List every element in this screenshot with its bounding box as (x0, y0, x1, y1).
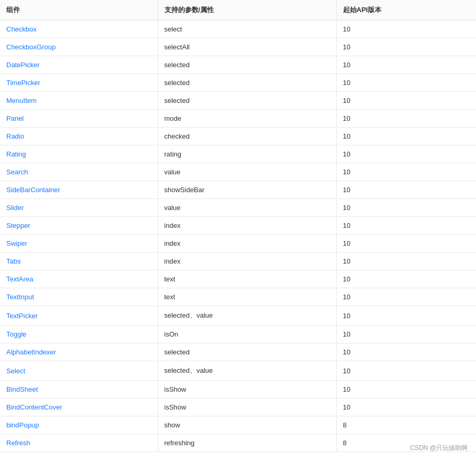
table-row: BindContentCoverisShow10 (0, 399, 476, 416)
cell-api-version: 10 (336, 163, 476, 181)
cell-component[interactable]: CheckboxGroup (0, 38, 158, 56)
cell-api-version: 10 (336, 199, 476, 217)
table-row: BindSheetisShow10 (0, 381, 476, 399)
cell-api-version: 10 (336, 181, 476, 199)
cell-params: select (158, 20, 336, 38)
cell-params: index (158, 217, 336, 235)
cell-component[interactable]: BindContentCover (0, 399, 158, 416)
cell-component[interactable]: Toggle (0, 326, 158, 343)
cell-params: checked (158, 128, 336, 145)
header-component: 组件 (0, 0, 158, 20)
cell-component[interactable]: Checkbox (0, 20, 158, 38)
cell-params: selected (158, 343, 336, 361)
table-row: DatePickerselected10 (0, 56, 476, 74)
cell-component[interactable]: Search (0, 163, 158, 181)
table-row: TextInputtext10 (0, 288, 476, 306)
cell-api-version: 10 (336, 288, 476, 306)
table-row: Refreshrefreshing8 (0, 434, 476, 452)
cell-params: isShow (158, 381, 336, 399)
cell-params: isOn (158, 326, 336, 343)
cell-api-version: 10 (336, 74, 476, 92)
table-row: AlphabetIndexerselected10 (0, 343, 476, 361)
table-container: 组件 支持的参数/属性 起始API版本 Checkboxselect10Chec… (0, 0, 476, 461)
cell-params: refreshing (158, 434, 336, 452)
cell-component[interactable]: BindSheet (0, 381, 158, 399)
table-row: bindPopupshow8 (0, 416, 476, 434)
cell-params: text (158, 288, 336, 306)
api-table: 组件 支持的参数/属性 起始API版本 Checkboxselect10Chec… (0, 0, 476, 452)
table-row: SideBarContainershowSideBar10 (0, 181, 476, 199)
cell-api-version: 10 (336, 306, 476, 326)
table-row: Panelmode10 (0, 110, 476, 128)
cell-params: selected (158, 92, 336, 110)
table-row: TextPickerselected、value10 (0, 306, 476, 326)
cell-component[interactable]: Select (0, 361, 158, 381)
table-header-row: 组件 支持的参数/属性 起始API版本 (0, 0, 476, 20)
cell-params: selected、value (158, 361, 336, 381)
cell-params: value (158, 163, 336, 181)
cell-api-version: 10 (336, 399, 476, 416)
cell-api-version: 10 (336, 270, 476, 288)
cell-component[interactable]: Panel (0, 110, 158, 128)
cell-params: show (158, 416, 336, 434)
table-row: MenuItemselected10 (0, 92, 476, 110)
cell-component[interactable]: TextInput (0, 288, 158, 306)
cell-api-version: 10 (336, 92, 476, 110)
cell-component[interactable]: Slider (0, 199, 158, 217)
table-row: Tabsindex10 (0, 253, 476, 270)
cell-component[interactable]: Radio (0, 128, 158, 145)
cell-component[interactable]: MenuItem (0, 92, 158, 110)
cell-api-version: 10 (336, 326, 476, 343)
cell-params: index (158, 253, 336, 270)
cell-api-version: 10 (336, 343, 476, 361)
cell-api-version: 10 (336, 217, 476, 235)
cell-api-version: 10 (336, 235, 476, 253)
cell-api-version: 10 (336, 253, 476, 270)
cell-api-version: 10 (336, 56, 476, 74)
cell-api-version: 10 (336, 145, 476, 163)
cell-component[interactable]: DatePicker (0, 56, 158, 74)
cell-api-version: 10 (336, 38, 476, 56)
table-row: Stepperindex10 (0, 217, 476, 235)
cell-component[interactable]: Tabs (0, 253, 158, 270)
table-row: Slidervalue10 (0, 199, 476, 217)
cell-api-version: 8 (336, 416, 476, 434)
cell-component[interactable]: SideBarContainer (0, 181, 158, 199)
cell-component[interactable]: AlphabetIndexer (0, 343, 158, 361)
cell-params: value (158, 199, 336, 217)
table-row: Checkboxselect10 (0, 20, 476, 38)
cell-params: selected (158, 56, 336, 74)
cell-component[interactable]: Stepper (0, 217, 158, 235)
cell-component[interactable]: TextPicker (0, 306, 158, 326)
cell-params: rating (158, 145, 336, 163)
cell-params: selected (158, 74, 336, 92)
cell-api-version: 10 (336, 110, 476, 128)
table-body: Checkboxselect10CheckboxGroupselectAll10… (0, 20, 476, 452)
table-row: Selectselected、value10 (0, 361, 476, 381)
table-row: TimePickerselected10 (0, 74, 476, 92)
table-row: ToggleisOn10 (0, 326, 476, 343)
cell-params: selectAll (158, 38, 336, 56)
cell-api-version: 10 (336, 20, 476, 38)
cell-component[interactable]: TimePicker (0, 74, 158, 92)
header-params: 支持的参数/属性 (158, 0, 336, 20)
header-api-version: 起始API版本 (336, 0, 476, 20)
cell-component[interactable]: Rating (0, 145, 158, 163)
table-row: TextAreatext10 (0, 270, 476, 288)
table-row: Searchvalue10 (0, 163, 476, 181)
cell-api-version: 10 (336, 381, 476, 399)
cell-api-version: 10 (336, 128, 476, 145)
table-row: Ratingrating10 (0, 145, 476, 163)
cell-api-version: 10 (336, 361, 476, 381)
cell-component[interactable]: Swiper (0, 235, 158, 253)
cell-component[interactable]: TextArea (0, 270, 158, 288)
table-row: Swiperindex10 (0, 235, 476, 253)
watermark: CSDN @只玩辅助啊 (410, 444, 468, 453)
table-row: CheckboxGroupselectAll10 (0, 38, 476, 56)
cell-params: index (158, 235, 336, 253)
table-row: Radiochecked10 (0, 128, 476, 145)
cell-component[interactable]: Refresh (0, 434, 158, 452)
cell-component[interactable]: bindPopup (0, 416, 158, 434)
cell-params: mode (158, 110, 336, 128)
cell-params: text (158, 270, 336, 288)
